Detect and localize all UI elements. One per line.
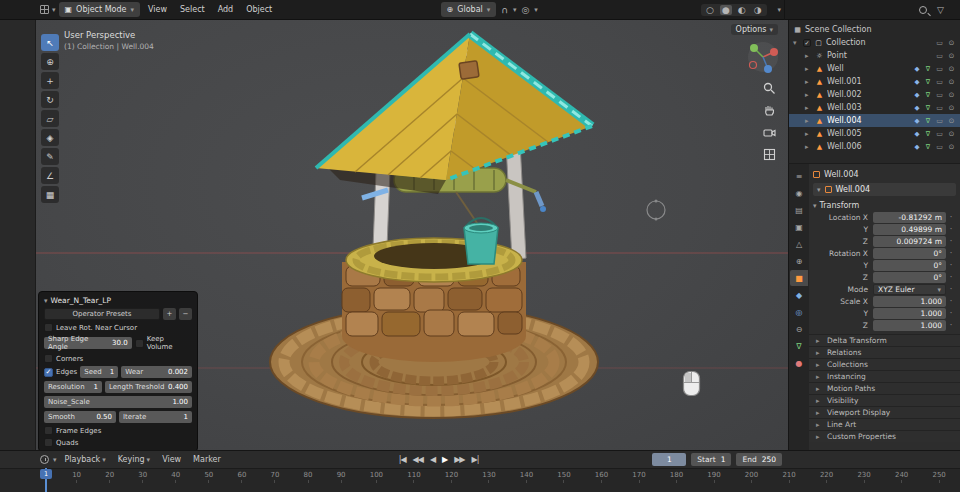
pan-hand-icon[interactable] — [763, 104, 776, 117]
start-frame-field[interactable]: Start 1 — [691, 453, 731, 466]
outliner-item-well-006[interactable]: ▸ ▲ Well.006 ◆ ∇ ▭ ⊙ — [789, 140, 960, 153]
options-dropdown[interactable]: Options ▾ — [731, 24, 778, 35]
collection-checkbox[interactable]: ✓ — [803, 39, 811, 47]
rotation-z-field[interactable]: 0° — [873, 272, 946, 283]
smooth-field[interactable]: Smooth 0.50 — [44, 411, 116, 423]
animate-dot-icon[interactable]: · — [946, 237, 956, 246]
add-preset-button[interactable]: + — [163, 308, 176, 320]
disclosure-icon[interactable]: ▸ — [805, 104, 812, 112]
frame-edges-checkbox[interactable] — [44, 426, 53, 435]
disclosure-icon[interactable]: ▸ — [805, 65, 812, 73]
editor-type-icon[interactable] — [40, 5, 49, 14]
edges-checkbox[interactable]: ✓ — [44, 368, 53, 377]
visibility-eye-icon[interactable]: ⊙ — [947, 65, 956, 73]
play-reverse-button[interactable]: ◀ — [430, 455, 435, 464]
menu-select[interactable]: Select — [175, 4, 210, 15]
scale-x-field[interactable]: 1.000 — [873, 296, 946, 307]
screen-visibility-icon[interactable]: ▭ — [935, 52, 944, 60]
cursor-tool[interactable]: ⊕ — [41, 53, 59, 70]
outliner-scene-collection[interactable]: ▦ Scene Collection — [789, 23, 960, 36]
outliner-item-well[interactable]: ▸ ▲ Well ◆ ∇ ▭ ⊙ — [789, 62, 960, 75]
play-button[interactable]: ▶ — [442, 455, 447, 464]
visibility-eye-icon[interactable]: ⊙ — [947, 91, 956, 99]
section-delta-transform[interactable]: ▸Delta Transform — [809, 334, 960, 346]
section-line-art[interactable]: ▸Line Art — [809, 418, 960, 430]
proportional-edit-icon[interactable]: ◎ — [519, 5, 531, 15]
screen-visibility-icon[interactable]: ▭ — [935, 130, 944, 138]
3d-viewport[interactable]: User Perspective (1) Collection | Well.0… — [36, 20, 788, 450]
tab-tool-icon[interactable]: ≡ — [790, 168, 808, 184]
tab-viewlayer-icon[interactable]: ▣ — [790, 219, 808, 235]
location-x-field[interactable]: -0.81292 m — [873, 212, 946, 223]
menu-timeline-view[interactable]: View — [158, 455, 185, 464]
timeline-ruler[interactable]: 0 10 20 30 40 50 60 70 80 90 100 110 120… — [0, 468, 960, 492]
annotate-tool[interactable]: ✎ — [41, 148, 59, 165]
move-tool[interactable]: + — [41, 72, 59, 89]
end-frame-field[interactable]: End 250 — [736, 453, 782, 466]
disclosure-icon[interactable]: ▸ — [805, 143, 812, 151]
tab-output-icon[interactable]: ▤ — [790, 202, 808, 218]
scale-y-field[interactable]: 1.000 — [873, 308, 946, 319]
collapse-icon[interactable]: ▾ — [793, 39, 800, 47]
animate-dot-icon[interactable]: · — [946, 309, 956, 318]
visibility-eye-icon[interactable]: ⊙ — [947, 39, 956, 47]
section-visibility[interactable]: ▸Visibility — [809, 394, 960, 406]
sharp-edge-angle-field[interactable]: Sharp Edge Angle 30.0 — [44, 337, 132, 349]
visibility-eye-icon[interactable]: ⊙ — [947, 78, 956, 86]
visibility-eye-icon[interactable]: ⊙ — [947, 52, 956, 60]
snap-magnet-icon[interactable]: ∩ — [499, 5, 510, 15]
visibility-eye-icon[interactable]: ⊙ — [947, 143, 956, 151]
menu-view[interactable]: View — [143, 4, 172, 15]
leave-rot-checkbox[interactable] — [44, 323, 53, 332]
disclosure-icon[interactable]: ▸ — [805, 91, 812, 99]
current-frame-field[interactable]: 1 — [652, 453, 686, 466]
section-collections[interactable]: ▸Collections — [809, 358, 960, 370]
tab-modifiers-icon[interactable]: ◆ — [790, 287, 808, 303]
animate-dot-icon[interactable]: · — [946, 225, 956, 234]
resolution-field[interactable]: Resolution 1 — [44, 381, 102, 393]
playhead-frame-label[interactable]: 1 — [40, 469, 52, 479]
timeline-editor-icon[interactable] — [40, 455, 49, 464]
filter-funnel-icon[interactable]: ▽ — [935, 5, 946, 15]
animate-dot-icon[interactable]: · — [946, 273, 956, 282]
iterate-field[interactable]: Iterate 1 — [119, 411, 192, 423]
breadcrumb-object-name[interactable]: Well.004 — [824, 170, 859, 179]
seed-field[interactable]: Seed 1 — [80, 366, 118, 378]
disclosure-icon[interactable]: ▸ — [805, 130, 812, 138]
editor-type-chevron-icon[interactable]: ▾ — [53, 456, 57, 464]
tab-world-icon[interactable]: ⊕ — [790, 253, 808, 269]
tab-material-icon[interactable]: ● — [790, 355, 808, 371]
transform-tool[interactable]: ◈ — [41, 129, 59, 146]
outliner-item-well-004-selected[interactable]: ▸ ▲ Well.004 ◆ ∇ ▭ ⊙ — [789, 114, 960, 127]
section-viewport-display[interactable]: ▸Viewport Display — [809, 406, 960, 418]
add-primitive-tool[interactable]: ▦ — [41, 186, 59, 203]
outliner-item-point[interactable]: ▸ ☼ Point ▭ ⊙ — [789, 49, 960, 62]
rotate-tool[interactable]: ↻ — [41, 91, 59, 108]
tab-constraints-icon[interactable]: ⊖ — [790, 321, 808, 337]
visibility-eye-icon[interactable]: ⊙ — [947, 130, 956, 138]
disclosure-icon[interactable]: ▸ — [805, 78, 812, 86]
tab-object-data-icon[interactable]: ∇ — [790, 338, 808, 354]
menu-playback[interactable]: Playback▾ — [61, 455, 110, 464]
tab-object-icon[interactable]: ■ — [790, 270, 808, 286]
screen-visibility-icon[interactable]: ▭ — [935, 65, 944, 73]
screen-visibility-icon[interactable]: ▭ — [935, 104, 944, 112]
section-motion-paths[interactable]: ▸Motion Paths — [809, 382, 960, 394]
wear-field[interactable]: Wear 0.002 — [121, 366, 192, 378]
outliner-item-well-003[interactable]: ▸ ▲ Well.003 ◆ ∇ ▭ ⊙ — [789, 101, 960, 114]
menu-add[interactable]: Add — [213, 4, 239, 15]
operator-presets-dropdown[interactable]: Operator Presets — [44, 308, 160, 320]
remove-preset-button[interactable]: − — [179, 308, 192, 320]
outliner-item-well-002[interactable]: ▸ ▲ Well.002 ◆ ∇ ▭ ⊙ — [789, 88, 960, 101]
tab-scene-icon[interactable]: △ — [790, 236, 808, 252]
noise-scale-field[interactable]: Noise_Scale 1.00 — [44, 396, 192, 408]
animate-dot-icon[interactable]: · — [946, 321, 956, 330]
scale-tool[interactable]: ▱ — [41, 110, 59, 127]
menu-object[interactable]: Object — [241, 4, 277, 15]
screen-visibility-icon[interactable]: ▭ — [935, 117, 944, 125]
screen-visibility-icon[interactable]: ▭ — [935, 78, 944, 86]
zoom-icon[interactable] — [763, 82, 776, 95]
menu-marker[interactable]: Marker — [189, 455, 225, 464]
shading-wireframe-icon[interactable]: ○ — [704, 5, 716, 15]
transform-section-header[interactable]: ▾ Transform — [813, 199, 956, 212]
